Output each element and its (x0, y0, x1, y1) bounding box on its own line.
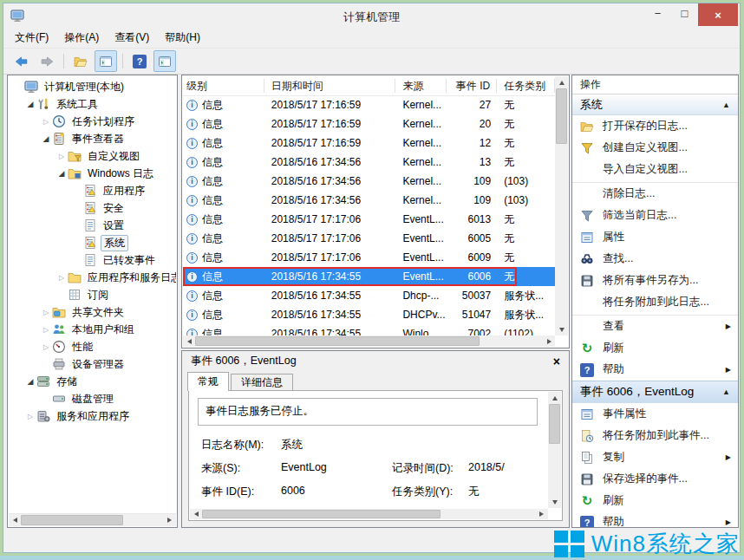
event-row[interactable]: i信息2018/5/17 17:17:06EventL...6005无 (183, 229, 555, 248)
event-row[interactable]: i信息2018/5/16 17:34:55DHCPv...51047服务状... (183, 305, 555, 324)
open-saved-log-button[interactable] (69, 50, 92, 72)
tree-item-windows-logs[interactable]: ◢Windows 日志 (9, 165, 176, 182)
action-save-selected-events[interactable]: 保存选择的事件... (572, 468, 738, 490)
minimize-button[interactable]: − (644, 3, 671, 23)
expand-icon[interactable]: ◢ (24, 377, 36, 386)
preview-horizontal-scrollbar[interactable] (190, 509, 548, 519)
collapse-icon[interactable]: ▷ (40, 326, 52, 334)
tree-item-event-viewer[interactable]: ◢事件查看器 (9, 130, 176, 147)
tab-details[interactable]: 详细信息 (231, 374, 293, 390)
scroll-up-icon[interactable] (548, 392, 561, 404)
action-save-all-events[interactable]: 将所有事件另存为... (572, 270, 738, 291)
scrollbar-thumb[interactable] (202, 510, 441, 518)
menu-action[interactable]: 操作(A) (56, 28, 107, 48)
action-attach-task-to-log[interactable]: 将任务附加到此日志... (572, 291, 738, 313)
column-datetime[interactable]: 日期和时间 (264, 79, 396, 93)
menu-view[interactable]: 查看(V) (107, 28, 157, 48)
tree-horizontal-scrollbar[interactable] (9, 513, 176, 526)
action-event-properties[interactable]: 事件属性 (572, 403, 738, 425)
preview-vertical-scrollbar[interactable] (548, 392, 561, 508)
action-find[interactable]: 查找... (572, 248, 738, 270)
tree-item-application-log[interactable]: 应用程序 (9, 182, 176, 199)
column-task-category[interactable]: 任务类别 (497, 79, 555, 93)
preview-close-icon[interactable]: × (553, 355, 560, 368)
tree-item-storage[interactable]: ◢存储 (9, 373, 176, 390)
tree-item-computer-management[interactable]: 计算机管理(本地) (9, 78, 176, 95)
tree-item-services-applications[interactable]: ▷服务和应用程序 (9, 407, 176, 425)
menu-help[interactable]: 帮助(H) (157, 28, 208, 48)
action-create-custom-view[interactable]: 创建自定义视图... (572, 137, 738, 159)
scroll-left-icon[interactable] (183, 335, 195, 347)
back-button[interactable] (10, 50, 33, 72)
action-open-saved-log[interactable]: 打开保存的日志... (572, 115, 738, 137)
tree-item-custom-views[interactable]: ▷自定义视图 (9, 147, 176, 165)
scroll-left-icon[interactable] (190, 509, 202, 519)
event-row[interactable]: i信息2018/5/16 17:34:56Kernel...109(103) (183, 191, 555, 210)
show-action-pane-button[interactable] (153, 50, 176, 72)
collapse-section-icon[interactable]: ▲ (722, 387, 730, 396)
event-row[interactable]: i信息2018/5/16 17:34:55Winlo...7002(1102) (183, 324, 555, 335)
tree-item-system-log[interactable]: 系统 (9, 234, 176, 251)
collapse-section-icon[interactable]: ▲ (722, 101, 730, 109)
column-source[interactable]: 来源 (395, 79, 447, 93)
menu-file[interactable]: 文件(F) (7, 28, 56, 48)
expand-icon[interactable]: ◢ (24, 100, 36, 108)
scroll-down-icon[interactable] (548, 496, 561, 508)
action-copy[interactable]: 复制▶ (572, 446, 738, 468)
scrollbar-thumb[interactable] (195, 336, 480, 346)
action-help[interactable]: ?帮助▶ (572, 359, 738, 381)
help-button[interactable]: ? (128, 50, 151, 72)
event-row[interactable]: i信息2018/5/17 17:16:59Kernel...20无 (183, 114, 555, 133)
show-console-tree-button[interactable] (95, 50, 117, 72)
collapse-icon[interactable]: ▷ (40, 309, 52, 316)
scroll-left-icon[interactable] (9, 514, 21, 526)
action-properties[interactable]: 属性 (572, 226, 738, 248)
tree-item-shared-folders[interactable]: ▷共享文件夹 (9, 303, 176, 321)
collapse-icon[interactable]: ▷ (40, 343, 52, 351)
tree-item-task-scheduler[interactable]: ▷任务计划程序 (9, 113, 176, 130)
actions-section-system[interactable]: 系统 ▲ (572, 94, 738, 115)
scrollbar-thumb[interactable] (21, 515, 123, 525)
column-level[interactable]: 级别 (183, 79, 264, 93)
event-row[interactable]: i信息2018/5/17 17:17:06EventL...6013无 (183, 210, 555, 229)
list-horizontal-scrollbar[interactable] (183, 335, 555, 347)
tree-item-subscriptions[interactable]: 订阅 (9, 286, 176, 303)
tree-item-device-manager[interactable]: 设备管理器 (9, 355, 176, 373)
action-refresh-event[interactable]: ↻刷新 (572, 490, 738, 511)
list-vertical-scrollbar[interactable] (555, 76, 568, 335)
collapse-icon[interactable]: ▷ (55, 153, 68, 160)
scroll-right-icon[interactable] (536, 509, 548, 519)
event-row[interactable]: i信息2018/5/16 17:34:56Kernel...13无 (183, 153, 555, 172)
event-row[interactable]: i信息2018/5/17 17:17:06EventL...6009无 (183, 248, 555, 267)
action-clear-log[interactable]: 清除日志... (572, 182, 738, 205)
tree-item-disk-management[interactable]: 磁盘管理 (9, 390, 176, 407)
action-refresh[interactable]: ↻刷新 (572, 337, 738, 359)
action-import-custom-view[interactable]: 导入自定义视图... (572, 159, 738, 180)
tree-item-local-users-groups[interactable]: ▷本地用户和组 (9, 321, 176, 338)
action-help-event[interactable]: ?帮助▶ (572, 511, 738, 528)
event-row[interactable]: i信息2018/5/16 17:34:56Kernel...109(103) (183, 172, 555, 191)
collapse-icon[interactable]: ▷ (55, 274, 68, 282)
column-event-id[interactable]: 事件 ID (447, 79, 497, 93)
tree-item-app-service-logs[interactable]: ▷应用程序和服务日志 (9, 269, 176, 286)
collapse-icon[interactable]: ▷ (24, 413, 36, 420)
action-filter-current-log[interactable]: 筛选当前日志... (572, 205, 738, 226)
action-attach-task-to-event[interactable]: 将任务附加到此事件... (572, 425, 738, 446)
tree-item-setup-log[interactable]: 设置 (9, 217, 176, 234)
expand-icon[interactable]: ◢ (40, 134, 52, 143)
scroll-right-icon[interactable] (543, 335, 555, 347)
forward-button[interactable] (36, 50, 58, 72)
collapse-icon[interactable]: ▷ (40, 118, 52, 126)
expand-icon[interactable]: ◢ (55, 169, 68, 178)
scroll-down-icon[interactable] (555, 323, 568, 335)
scrollbar-thumb[interactable] (549, 404, 560, 444)
event-row[interactable]: i信息2018/5/16 17:34:55Dhcp-...50037服务状... (183, 286, 555, 305)
action-view[interactable]: 查看▶ (572, 315, 738, 337)
actions-section-event[interactable]: 事件 6006，EventLog ▲ (572, 381, 738, 403)
tree-item-forwarded-events[interactable]: 已转发事件 (9, 251, 176, 269)
tree-item-performance[interactable]: ▷性能 (9, 338, 176, 355)
scrollbar-thumb[interactable] (556, 88, 567, 144)
maximize-button[interactable]: □ (671, 3, 698, 23)
close-button[interactable]: × (698, 3, 738, 26)
scroll-right-icon[interactable] (164, 514, 176, 526)
